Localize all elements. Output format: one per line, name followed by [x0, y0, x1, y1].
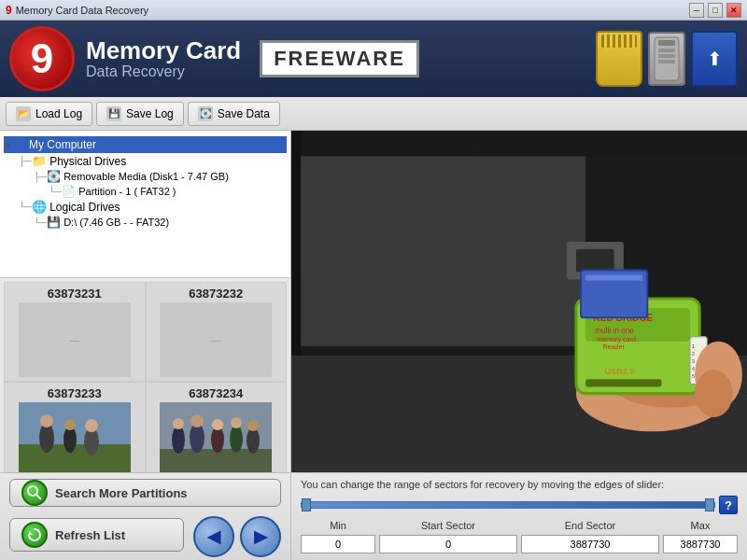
thumb-number-1: 63873231	[48, 287, 102, 301]
svg-point-15	[172, 426, 185, 454]
svg-text:2: 2	[692, 351, 695, 357]
tree-item-mycomputer[interactable]: ▼ 🖥 My Computer	[4, 136, 287, 153]
tree-line1: ├─	[19, 156, 32, 166]
thumb-cell-3[interactable]: 63873233	[4, 382, 146, 472]
header-icons: ⬆	[596, 31, 738, 87]
svg-marker-27	[29, 531, 33, 535]
thumb-image-3	[19, 402, 131, 472]
search-more-label: Search More Partitions	[55, 486, 188, 500]
svg-point-16	[173, 418, 184, 429]
tree-view[interactable]: ▼ 🖥 My Computer ├─ 📁 Physical Drives ├─ …	[0, 131, 290, 278]
save-log-label: Save Log	[126, 107, 174, 120]
svg-text:memory card: memory card	[597, 336, 636, 343]
thumb-image-4	[160, 402, 272, 472]
load-log-icon: 📂	[16, 106, 31, 121]
save-log-icon: 💾	[106, 106, 121, 121]
tree-toggle: ▼	[4, 140, 13, 149]
svg-point-25	[28, 486, 37, 496]
tree-label-physical: Physical Drives	[49, 155, 126, 168]
minimize-button[interactable]: ─	[689, 3, 704, 18]
thumb-cell-4[interactable]: 63873234	[146, 382, 288, 472]
thumb-number-3: 63873233	[48, 386, 102, 400]
svg-rect-1	[658, 40, 675, 46]
tree-line2: ├─	[34, 172, 47, 182]
bottom-buttons: Search More Partitions Refresh List ◀ ▶	[0, 472, 290, 560]
tree-line5: └─	[34, 217, 47, 228]
main-content: ▼ 🖥 My Computer ├─ 📁 Physical Drives ├─ …	[0, 131, 747, 560]
tree-item-partition[interactable]: └─ 📄 Partition - 1 ( FAT32 )	[4, 184, 287, 199]
svg-text:USB2.0: USB2.0	[605, 367, 635, 376]
svg-point-12	[85, 419, 98, 432]
svg-point-19	[211, 427, 224, 453]
load-log-label: Load Log	[35, 107, 82, 120]
refresh-svg	[26, 526, 43, 543]
end-sector-input[interactable]	[521, 535, 659, 553]
min-input[interactable]	[301, 535, 375, 553]
slider-track[interactable]	[301, 501, 715, 509]
svg-text:5: 5	[692, 373, 695, 379]
load-log-button[interactable]: 📂 Load Log	[6, 102, 92, 126]
svg-rect-32	[301, 156, 585, 345]
thumb-image-1: —	[19, 302, 131, 377]
label-max: Max	[663, 520, 738, 531]
drive-icon-d: 💾	[47, 216, 61, 229]
svg-rect-45	[585, 379, 661, 386]
save-data-label: Save Data	[218, 107, 270, 120]
nav-buttons: ◀ ▶	[193, 512, 281, 557]
search-more-button[interactable]: Search More Partitions	[9, 479, 281, 507]
thumb-placeholder-1: —	[70, 335, 79, 345]
svg-text:3: 3	[692, 358, 695, 364]
help-button[interactable]: ?	[719, 496, 738, 514]
tree-label-removable: Removable Media (Disk1 - 7.47 GB)	[63, 171, 229, 182]
thumbnail-area[interactable]: 63873231 — 63873232 — 63873233	[0, 278, 290, 472]
nav-forward-button[interactable]: ▶	[240, 516, 281, 557]
preview-area: RED BRIDGE multi in one memory card Read…	[291, 131, 747, 472]
thumb-cell-2[interactable]: 63873232 —	[146, 282, 288, 382]
tree-item-physical[interactable]: ├─ 📁 Physical Drives	[4, 153, 287, 169]
app-name: Memory Card	[86, 37, 241, 64]
start-sector-input[interactable]	[379, 535, 517, 553]
app-subtitle: Data Recovery	[86, 63, 241, 80]
window-title: Memory Card Data Recovery	[16, 5, 148, 16]
slider-row[interactable]: ?	[301, 496, 738, 514]
search-svg	[26, 484, 43, 501]
thumbnail-grid: 63873231 — 63873232 — 63873233	[4, 282, 287, 472]
nav-back-button[interactable]: ◀	[193, 516, 234, 557]
refresh-list-button[interactable]: Refresh List	[9, 518, 184, 552]
thumb-cell-1[interactable]: 63873231 —	[4, 282, 146, 382]
label-min: Min	[301, 520, 375, 531]
svg-point-9	[63, 427, 77, 453]
thumb-image-2: —	[160, 302, 272, 377]
preview-svg: RED BRIDGE multi in one memory card Read…	[291, 131, 747, 472]
maximize-button[interactable]: □	[708, 3, 723, 18]
close-button[interactable]: ✕	[726, 3, 741, 18]
svg-point-22	[231, 417, 242, 428]
thumb-placeholder-2: —	[211, 335, 220, 345]
tree-item-logical[interactable]: └─ 🌐 Logical Drives	[4, 199, 287, 215]
max-input[interactable]	[663, 535, 738, 553]
svg-rect-30	[291, 131, 747, 156]
save-data-button[interactable]: 💽 Save Data	[188, 102, 280, 126]
tree-label-partition: Partition - 1 ( FAT32 )	[78, 186, 176, 197]
thumb-number-4: 63873234	[189, 386, 243, 400]
svg-rect-47	[585, 275, 642, 281]
tree-item-ddrive[interactable]: └─ 💾 D:\ (7.46 GB - - FAT32)	[4, 215, 287, 230]
slider-handle-left[interactable]	[302, 498, 311, 511]
window-controls: ─ □ ✕	[689, 3, 741, 18]
tree-line4: └─	[19, 202, 32, 212]
save-log-button[interactable]: 💾 Save Log	[96, 102, 184, 126]
svg-point-23	[247, 427, 260, 454]
tree-item-removable[interactable]: ├─ 💽 Removable Media (Disk1 - 7.47 GB)	[4, 169, 287, 184]
svg-point-8	[40, 414, 53, 427]
drive-icon-removable: 💽	[47, 170, 61, 183]
svg-line-26	[36, 495, 41, 499]
slider-handle-right[interactable]	[705, 498, 714, 511]
svg-text:Reader: Reader	[602, 343, 625, 351]
svg-point-21	[230, 425, 243, 453]
title-bar-left: 9 Memory Card Data Recovery	[6, 4, 148, 17]
app-icon-small: 9	[6, 4, 12, 17]
tree-label-mycomputer: My Computer	[29, 138, 96, 151]
partition-icon: 📄	[62, 185, 76, 198]
svg-text:1: 1	[692, 343, 695, 349]
thumb-svg-3	[19, 402, 131, 472]
